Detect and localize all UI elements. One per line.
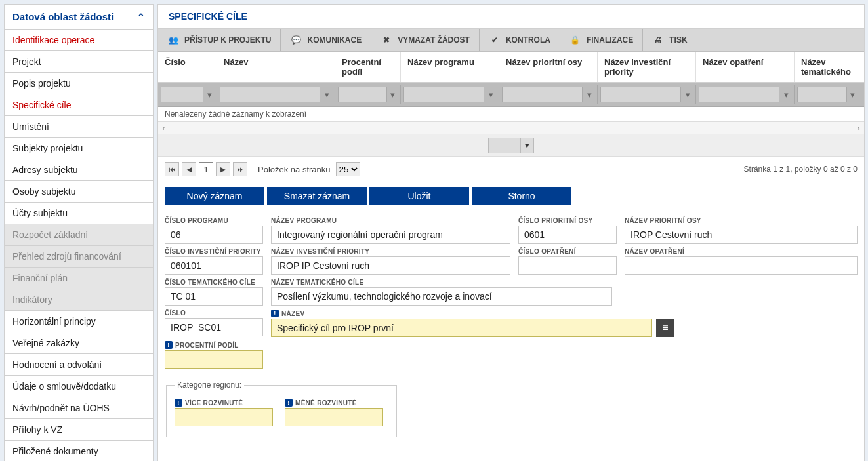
new-record-button[interactable]: Nový záznam [165,187,264,205]
input-cislo-ip[interactable] [165,256,263,275]
sidebar-item[interactable]: Údaje o smlouvě/dodatku [4,376,154,397]
sidebar-item[interactable]: Subjekty projektu [4,138,154,159]
people-icon: 👥 [167,34,179,46]
input-cislo-op[interactable] [518,256,617,275]
required-icon: ! [285,399,293,407]
filter-ntc[interactable] [797,87,847,102]
input-nazev-tc[interactable] [271,287,612,306]
toolbar-print-label: TISK [669,35,687,45]
filter-pp[interactable] [338,87,387,102]
col-nazev-investicni-priority[interactable]: Název investiční priority [598,52,696,82]
pager-per-page-select[interactable]: 25 [336,162,360,176]
pager-per-page-label: Položek na stránku [258,165,331,174]
toolbar-finalize[interactable]: 🔒 FINALIZACE [560,29,643,51]
pager-last[interactable]: ⏭ [233,162,247,176]
filter-npo[interactable] [502,87,583,102]
input-nazev-ip[interactable] [271,256,510,275]
toolbar-access[interactable]: 👥 PŘÍSTUP K PROJEKTU [158,29,281,51]
funnel-icon[interactable]: ▾ [682,90,693,100]
input-procentni-podil[interactable] [165,350,263,369]
filter-nazev[interactable] [220,87,320,102]
sidebar-item[interactable]: Přiložené dokumenty [4,441,154,461]
input-cislo-programu[interactable] [165,226,263,244]
sidebar-item[interactable]: Veřejné zakázky [4,332,154,354]
filter-nprog[interactable] [403,87,484,102]
input-cislo[interactable] [165,318,263,336]
input-cislo-tc[interactable] [165,287,263,306]
input-cislo-po[interactable] [518,226,617,244]
sidebar-item[interactable]: Návrh/podnět na ÚOHS [4,397,154,419]
sidebar-item: Rozpočet základní [4,224,154,246]
main-panel: SPECIFICKÉ CÍLE 👥 PŘÍSTUP K PROJEKTU 💬 K… [157,4,865,461]
label-cislo-po: ČÍSLO PRIORITNÍ OSY [518,217,617,224]
label-vice-text: VÍCE ROZVINUTÉ [185,399,243,407]
sidebar-item[interactable]: Adresy subjektu [4,159,154,181]
sidebar-item[interactable]: Projekt [4,51,154,73]
sidebar-header[interactable]: Datová oblast žádosti ⌃ [4,4,154,30]
col-procentni-podil[interactable]: Procentní podíl [335,52,401,82]
check-icon: ✔ [489,34,501,46]
pager-prev[interactable]: ◀ [182,162,196,176]
col-nazev-programu[interactable]: Název programu [401,52,499,82]
sidebar-item[interactable]: Identifikace operace [4,30,154,51]
funnel-icon[interactable]: ▾ [321,90,332,100]
label-vice-rozvinute: !VÍCE ROZVINUTÉ [175,399,273,407]
sidebar-item[interactable]: Účty subjektu [4,203,154,224]
col-nazev-prioritni-osy[interactable]: Název prioritní osy [499,52,598,82]
funnel-icon[interactable]: ▾ [205,90,214,100]
col-nazev-tematickeho[interactable]: Název tematického [795,52,860,82]
col-nazev[interactable]: Název [217,52,335,82]
cross-icon: ✖ [381,34,392,46]
sidebar-item[interactable]: Přílohy k VZ [4,419,154,441]
lookup-button[interactable]: ≡ [656,319,674,337]
sidebar-item: Finanční plán [4,268,154,289]
save-button[interactable]: Uložit [369,187,469,205]
label-nazev: !NÁZEV [271,310,674,317]
toolbar-delete-request[interactable]: ✖ VYMAZAT ŽÁDOST [371,29,480,51]
input-vice-rozvinute[interactable] [175,408,273,426]
funnel-icon[interactable]: ▾ [388,90,398,100]
pager-first[interactable]: ⏮ [165,162,179,176]
cancel-button[interactable]: Storno [472,187,571,205]
filter-nop[interactable] [699,87,779,102]
input-nazev-programu[interactable] [271,226,510,244]
label-procentni-podil-text: PROCENTNÍ PODÍL [175,342,239,349]
input-mene-rozvinute[interactable] [285,408,383,426]
input-nazev[interactable] [271,319,652,337]
delete-record-button[interactable]: Smazat záznam [267,187,367,205]
col-nazev-opatreni[interactable]: Název opatření [696,52,795,82]
sidebar-item[interactable]: Osoby subjektu [4,181,154,203]
grouping-dropdown[interactable]: ▾ [488,138,534,153]
tab-strip: SPECIFICKÉ CÍLE [158,5,864,29]
toolbar-communication[interactable]: 💬 KOMUNIKACE [281,29,371,51]
toolbar-check[interactable]: ✔ KONTROLA [480,29,560,51]
toolbar-communication-label: KOMUNIKACE [307,35,362,45]
funnel-icon[interactable]: ▾ [848,90,858,100]
arrow-left-icon[interactable]: ‹ [162,123,165,133]
grid-header: Číslo Název Procentní podíl Název progra… [158,52,864,83]
lock-icon: 🔒 [569,34,581,46]
sidebar-item[interactable]: Horizontální principy [4,311,154,332]
label-procentni-podil: !PROCENTNÍ PODÍL [165,341,263,349]
tab-specificke-cile[interactable]: SPECIFICKÉ CÍLE [158,5,258,28]
funnel-icon[interactable]: ▾ [584,90,594,100]
horizontal-scrollbar[interactable]: ‹ › [158,121,864,134]
toolbar: 👥 PŘÍSTUP K PROJEKTU 💬 KOMUNIKACE ✖ VYMA… [158,29,864,52]
col-cislo[interactable]: Číslo [158,52,217,82]
sidebar-item[interactable]: Popis projektu [4,73,154,94]
arrow-right-icon[interactable]: › [858,123,860,133]
filter-cislo[interactable] [161,87,203,102]
input-nazev-op[interactable] [625,256,858,275]
chevron-down-icon[interactable]: ▾ [520,138,533,153]
toolbar-print[interactable]: 🖨 TISK [643,29,697,51]
sidebar-item[interactable]: Specifické cíle [4,94,154,116]
filter-nip[interactable] [600,87,681,102]
funnel-icon[interactable]: ▾ [781,90,791,100]
funnel-icon[interactable]: ▾ [486,90,496,100]
sidebar-item[interactable]: Umístění [4,116,154,138]
sidebar-title: Datová oblast žádosti [12,11,114,22]
input-nazev-po[interactable] [625,226,858,244]
sidebar-item[interactable]: Hodnocení a odvolání [4,354,154,376]
chevron-up-icon: ⌃ [137,12,145,22]
pager-next[interactable]: ▶ [216,162,230,176]
